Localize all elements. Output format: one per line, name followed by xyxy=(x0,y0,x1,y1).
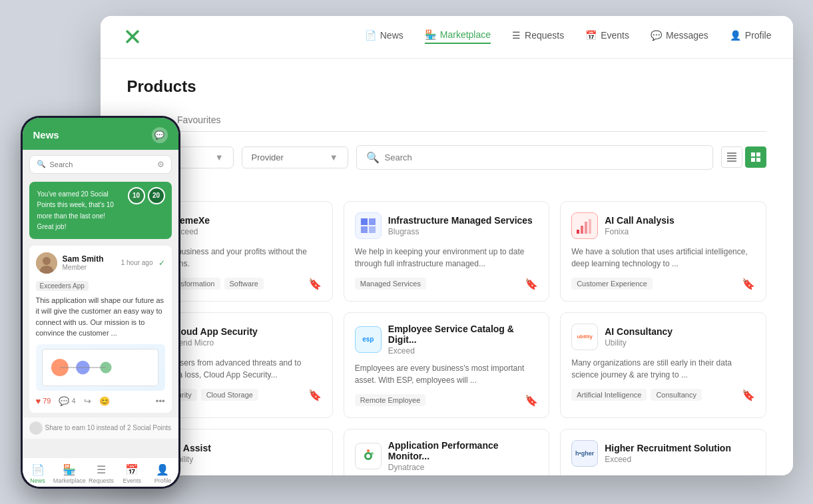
mobile-chat-icon[interactable]: 💬 xyxy=(152,127,168,143)
mobile-post-text: This application will shape our future a… xyxy=(36,295,165,339)
news-icon: 📄 xyxy=(365,30,376,41)
product-card-higher[interactable]: h•gher Higher Recruitment Solution Excee… xyxy=(560,429,766,475)
product-footer: Managed Services 🔖 xyxy=(355,278,538,290)
mobile-post-image xyxy=(36,344,165,391)
product-desc: Employees are every business's most impo… xyxy=(355,362,538,386)
product-footer: Customer Experience 🔖 xyxy=(571,278,754,290)
mobile-nav-requests[interactable]: ☰ Requests xyxy=(86,463,117,484)
product-info: Application Performance Monitor... Dynat… xyxy=(388,440,538,472)
logo[interactable] xyxy=(122,26,143,47)
mobile-post-actions: ♥ 79 💬 4 ↪ 😊 ••• xyxy=(36,396,165,406)
mobile-action-share[interactable]: ↪ xyxy=(84,396,91,406)
product-provider: Ubility xyxy=(172,455,322,464)
mobile-nav-profile[interactable]: 👤 Profile xyxy=(147,463,178,484)
earn-person-icon xyxy=(29,421,43,435)
product-card-app-perf[interactable]: Application Performance Monitor... Dynat… xyxy=(344,429,549,475)
search-input[interactable] xyxy=(385,152,703,162)
product-info: Cloud App Security Trend Micro xyxy=(172,326,322,348)
mobile-action-react[interactable]: 😊 xyxy=(99,396,110,406)
product-name: Infrastructure Managed Services xyxy=(388,215,538,226)
mobile-search: 🔍 ⚙ xyxy=(29,155,172,174)
mobile-nav-news[interactable]: 📄 News xyxy=(23,463,53,484)
product-provider: Blugrass xyxy=(388,227,538,236)
svg-rect-14 xyxy=(585,222,587,234)
requests-icon: ☰ xyxy=(512,30,521,41)
svg-point-20 xyxy=(366,454,370,458)
list-view-icon[interactable] xyxy=(721,146,742,168)
nav-items: 📄 News 🏪 Marketplace ☰ Requests 📅 Events… xyxy=(365,29,772,44)
nav-item-news[interactable]: 📄 News xyxy=(365,30,404,43)
product-logo-ai-consultancy: ubility xyxy=(571,324,598,350)
nav-item-requests[interactable]: ☰ Requests xyxy=(512,30,564,43)
product-provider: Fonixa xyxy=(605,227,754,236)
mobile-bottom-nav: 📄 News 🏪 Marketplace ☰ Requests 📅 Events… xyxy=(23,457,178,487)
mobile-nav-events-icon: 📅 xyxy=(125,463,138,476)
provider-dropdown[interactable]: Provider ▼ xyxy=(242,146,348,168)
mobile-action-comment[interactable]: 💬 4 xyxy=(59,396,75,406)
bookmark-icon[interactable]: 🔖 xyxy=(742,278,755,290)
product-card-infrastructure[interactable]: Infrastructure Managed Services Blugrass… xyxy=(344,201,549,302)
product-provider: Exceed xyxy=(172,227,322,236)
product-logo-ai-call xyxy=(571,212,598,239)
product-provider: Ubility xyxy=(605,338,754,348)
top-nav: 📄 News 🏪 Marketplace ☰ Requests 📅 Events… xyxy=(101,16,793,59)
nav-item-marketplace[interactable]: 🏪 Marketplace xyxy=(425,29,491,44)
profile-icon: 👤 xyxy=(730,30,741,41)
provider-arrow-icon: ▼ xyxy=(330,152,338,162)
tag: Remote Employee xyxy=(355,394,426,406)
mobile-post: Sam Smith Member 1 hour ago ✓ Exceeders … xyxy=(29,246,172,413)
bookmark-icon[interactable]: 🔖 xyxy=(308,278,322,290)
product-name: AI Assist xyxy=(172,443,322,453)
mobile-action-more[interactable]: ••• xyxy=(156,396,165,406)
search-box: 🔍 xyxy=(356,145,713,170)
search-icon: 🔍 xyxy=(366,151,380,164)
product-header: Infrastructure Managed Services Blugrass xyxy=(355,212,538,239)
svg-point-24 xyxy=(43,257,51,265)
mobile-nav-marketplace[interactable]: 🏪 Marketplace xyxy=(53,463,86,484)
bookmark-icon[interactable]: 🔖 xyxy=(308,389,322,401)
tag: Artificial Intelligence xyxy=(571,389,647,401)
mobile-nav-marketplace-icon: 🏪 xyxy=(63,463,76,476)
product-provider: Exceed xyxy=(388,346,538,356)
nav-item-profile[interactable]: 👤 Profile xyxy=(730,30,772,43)
mobile-search-input[interactable] xyxy=(50,160,153,168)
bookmark-icon[interactable]: 🔖 xyxy=(525,278,538,290)
bookmark-icon[interactable]: 🔖 xyxy=(525,394,538,407)
product-logo-employee: esp xyxy=(355,326,382,353)
bookmark-icon[interactable]: 🔖 xyxy=(742,389,755,401)
product-tags: Customer Experience xyxy=(571,278,653,290)
svg-rect-6 xyxy=(751,158,755,162)
points-badge-10: 10 xyxy=(128,187,145,204)
mobile-nav-requests-icon: ☰ xyxy=(97,463,106,476)
product-provider: Dynatrace xyxy=(388,463,538,472)
points-badge-20: 20 xyxy=(148,187,165,204)
svg-point-22 xyxy=(371,452,374,455)
svg-rect-15 xyxy=(589,219,591,234)
mobile-verified-icon: ✓ xyxy=(158,258,165,268)
product-logo-higher: h•gher xyxy=(571,440,598,467)
mobile-filter-icon[interactable]: ⚙ xyxy=(157,160,164,169)
mobile-action-like[interactable]: ♥ 79 xyxy=(36,396,51,406)
notification-text: You've earned 20 Social Points this week… xyxy=(37,190,114,231)
mobile-nav-events[interactable]: 📅 Events xyxy=(117,463,147,484)
mobile-app-label: Exceeders App xyxy=(36,281,89,291)
marketplace-icon: 🏪 xyxy=(425,29,436,40)
product-card-employee[interactable]: esp Employee Service Catalog & Digit... … xyxy=(344,312,549,418)
product-logo-infrastructure xyxy=(355,212,382,239)
mobile-frame: News 💬 🔍 ⚙ You've earned 20 Social Point… xyxy=(21,116,180,489)
nav-item-messages[interactable]: 💬 Messages xyxy=(651,30,708,43)
product-name: stemeXe xyxy=(172,215,322,226)
product-card-ai-consultancy[interactable]: ubility AI Consultancy Ubility Many orga… xyxy=(560,312,766,418)
product-desc: Higher is an online platform that tackle… xyxy=(571,473,754,475)
product-info: AI Assist Ubility xyxy=(172,443,322,464)
grid-view-icon[interactable] xyxy=(745,146,766,168)
tag: Cloud Storage xyxy=(201,389,258,401)
main-content: Products All Favourites Categories ▼ Pro… xyxy=(101,59,793,475)
mobile-nav-news-icon: 📄 xyxy=(31,463,45,476)
product-info: Employee Service Catalog & Digit... Exce… xyxy=(388,324,538,356)
product-info: Higher Recruitment Solution Exceed xyxy=(605,443,754,464)
nav-item-events[interactable]: 📅 Events xyxy=(585,30,629,43)
product-card-ai-call[interactable]: AI Call Analysis Fonixa We have a soluti… xyxy=(560,201,766,302)
product-info: Infrastructure Managed Services Blugrass xyxy=(388,215,538,236)
product-tags: Remote Employee xyxy=(355,394,426,406)
